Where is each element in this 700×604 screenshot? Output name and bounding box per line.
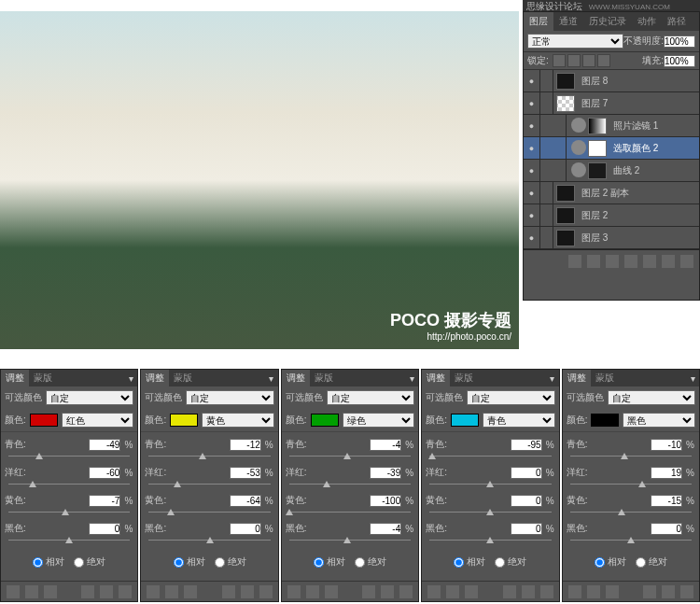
slider-value-yellow[interactable] — [89, 495, 120, 507]
radio-absolute[interactable]: 绝对 — [495, 555, 526, 569]
tab-masks[interactable]: 蒙版 — [450, 370, 478, 386]
tab-history[interactable]: 历史记录 — [583, 12, 632, 31]
fill-input[interactable] — [664, 55, 695, 67]
panel-menu-icon[interactable]: ▾ — [405, 373, 418, 384]
layer-row[interactable]: 图层 8 — [524, 70, 699, 92]
reset-icon[interactable] — [325, 585, 338, 598]
preset-select[interactable]: 自定 — [467, 390, 554, 405]
color-select[interactable]: 黄色 — [202, 413, 274, 428]
slider-value-yellow[interactable] — [511, 495, 542, 507]
layer-thumb[interactable] — [556, 95, 575, 112]
visibility-toggle[interactable] — [524, 160, 540, 182]
layer-thumb[interactable] — [556, 185, 575, 202]
layer-group-icon[interactable] — [643, 255, 656, 268]
layer-mask-thumb[interactable] — [588, 162, 607, 179]
slider-value-black[interactable] — [370, 523, 401, 535]
tab-channels[interactable]: 通道 — [553, 12, 583, 31]
layer-thumb[interactable] — [556, 73, 575, 90]
slider-value-yellow[interactable] — [230, 495, 261, 507]
trash-icon[interactable] — [680, 585, 693, 598]
layer-row[interactable]: 曲线 2 — [524, 160, 699, 182]
slider-value-magenta[interactable] — [511, 467, 542, 479]
layer-mask-thumb[interactable] — [588, 118, 607, 134]
clip-layer-icon[interactable] — [503, 585, 516, 598]
tab-layers[interactable]: 图层 — [524, 12, 553, 31]
radio-absolute[interactable]: 绝对 — [74, 555, 105, 569]
slider-track-yellow[interactable] — [570, 509, 692, 516]
slider-track-cyan[interactable] — [429, 453, 551, 460]
visibility-toggle[interactable] — [524, 70, 540, 92]
slider-track-magenta[interactable] — [8, 481, 130, 488]
lock-pixels-icon[interactable] — [567, 54, 581, 67]
opacity-input[interactable] — [664, 35, 695, 48]
radio-relative[interactable]: 相对 — [314, 555, 345, 569]
view-previous-icon[interactable] — [446, 585, 459, 598]
preset-select[interactable]: 自定 — [327, 390, 414, 405]
new-layer-icon[interactable] — [662, 255, 675, 268]
tab-adjustments[interactable]: 调整 — [282, 370, 310, 386]
trash-icon[interactable] — [119, 585, 132, 598]
tab-masks[interactable]: 蒙版 — [591, 370, 619, 386]
slider-value-cyan[interactable] — [370, 439, 401, 451]
toggle-visibility-icon[interactable] — [147, 585, 160, 598]
lock-all-icon[interactable] — [597, 54, 610, 67]
adjustment-layer-icon[interactable] — [624, 255, 637, 268]
link-layers-icon[interactable] — [568, 255, 581, 268]
layer-style-icon[interactable] — [587, 255, 600, 268]
lock-transparent-icon[interactable] — [553, 54, 566, 67]
slider-track-magenta[interactable] — [289, 481, 411, 488]
slider-track-magenta[interactable] — [148, 481, 270, 488]
visibility-toggle[interactable] — [524, 227, 540, 249]
color-select[interactable]: 绿色 — [343, 413, 415, 428]
eye-icon[interactable] — [241, 585, 254, 598]
visibility-toggle[interactable] — [524, 92, 540, 115]
slider-track-yellow[interactable] — [148, 509, 270, 516]
slider-track-yellow[interactable] — [429, 509, 551, 516]
radio-absolute[interactable]: 绝对 — [355, 555, 386, 569]
layer-row[interactable]: 图层 7 — [524, 92, 699, 115]
layer-mask-icon[interactable] — [606, 255, 619, 268]
toggle-visibility-icon[interactable] — [568, 585, 581, 598]
tab-adjustments[interactable]: 调整 — [563, 370, 591, 386]
layer-row[interactable]: 选取颜色 2 — [524, 137, 699, 160]
color-select[interactable]: 红色 — [62, 413, 134, 428]
slider-value-black[interactable] — [230, 523, 261, 535]
trash-icon[interactable] — [540, 585, 553, 598]
tab-adjustments[interactable]: 调整 — [1, 370, 29, 386]
layer-name[interactable]: 图层 7 — [578, 97, 608, 110]
view-previous-icon[interactable] — [306, 585, 319, 598]
slider-value-cyan[interactable] — [651, 439, 682, 451]
tab-adjustments[interactable]: 调整 — [422, 370, 450, 386]
reset-icon[interactable] — [606, 585, 619, 598]
tab-adjustments[interactable]: 调整 — [141, 370, 169, 386]
slider-value-magenta[interactable] — [230, 467, 261, 479]
tab-masks[interactable]: 蒙版 — [310, 370, 338, 386]
layer-name[interactable]: 图层 8 — [578, 75, 608, 88]
slider-track-black[interactable] — [429, 537, 551, 544]
visibility-toggle[interactable] — [524, 204, 540, 227]
layer-row[interactable]: 照片滤镜 1 — [524, 115, 699, 137]
slider-value-magenta[interactable] — [370, 467, 401, 479]
lock-position-icon[interactable] — [582, 54, 595, 67]
delete-layer-icon[interactable] — [680, 255, 693, 268]
view-previous-icon[interactable] — [587, 585, 600, 598]
clip-layer-icon[interactable] — [81, 585, 94, 598]
preset-select[interactable]: 自定 — [608, 390, 695, 405]
color-select[interactable]: 青色 — [483, 413, 555, 428]
trash-icon[interactable] — [259, 585, 273, 598]
eye-icon[interactable] — [100, 585, 113, 598]
toggle-visibility-icon[interactable] — [7, 585, 20, 598]
preset-select[interactable]: 自定 — [186, 390, 273, 405]
layer-row[interactable]: 图层 2 副本 — [524, 182, 699, 204]
slider-track-magenta[interactable] — [429, 481, 551, 488]
panel-menu-icon[interactable]: ▾ — [686, 373, 699, 384]
tab-masks[interactable]: 蒙版 — [29, 370, 57, 386]
slider-track-black[interactable] — [289, 537, 411, 544]
preset-select[interactable]: 自定 — [46, 390, 133, 405]
document-canvas[interactable]: POCO 摄影专题 http://photo.poco.cn/ — [0, 11, 519, 349]
slider-value-magenta[interactable] — [651, 467, 682, 479]
slider-track-magenta[interactable] — [570, 481, 692, 488]
view-previous-icon[interactable] — [165, 585, 178, 598]
slider-track-cyan[interactable] — [148, 453, 270, 460]
slider-value-black[interactable] — [89, 523, 120, 535]
